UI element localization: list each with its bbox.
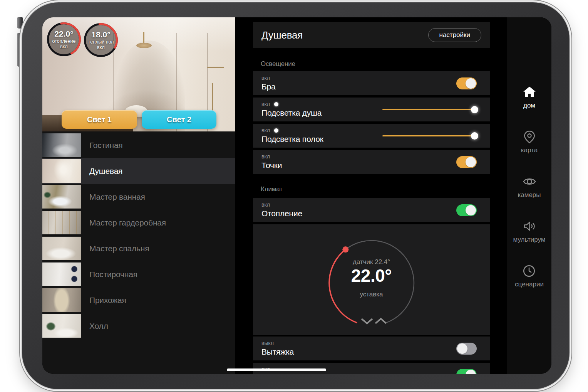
room-label: Мастер гардеробная: [89, 218, 166, 227]
clock-icon: [522, 264, 536, 278]
dial-handle[interactable]: [342, 246, 348, 252]
room-item-holl[interactable]: Холл: [42, 313, 235, 339]
bra-toggle[interactable]: [456, 77, 477, 89]
row-state: вкл: [261, 101, 270, 107]
room-label: Мастер ванная: [89, 192, 145, 202]
slider-knob[interactable]: [471, 106, 478, 113]
nav-item-home[interactable]: дом: [523, 85, 536, 109]
nav-sidebar: дом карта камеры: [507, 17, 551, 374]
row-state: вкл: [261, 153, 270, 160]
eye-icon: [523, 175, 536, 188]
nav-item-map[interactable]: карта: [521, 130, 538, 154]
room-item-postirochnaya[interactable]: Постирочная: [42, 261, 235, 287]
setpoint-value: 22.0°: [253, 265, 490, 286]
room-item-master-vannaya[interactable]: Мастер ванная: [42, 184, 235, 210]
room-thumbnail: [42, 185, 81, 209]
shower-light-slider[interactable]: [382, 105, 477, 114]
toggle-knob: [466, 370, 476, 374]
nav-label: мультирум: [513, 236, 546, 244]
floor-heating-gauge-state: вкл: [97, 45, 105, 50]
state-dot: [274, 102, 278, 106]
left-panel: 22.0° отопление вкл 18.0° теплый пол вкл: [42, 17, 235, 374]
control-row-podsvetka-dusha: вкл Подсветка душа: [253, 98, 490, 121]
floor-heating-gauge: 18.0° теплый пол вкл: [83, 22, 119, 58]
room-list: Гостиная Душевая Мастер ванная Мастер га…: [42, 131, 235, 374]
room-thumbnail: [42, 288, 81, 312]
toggle-knob: [466, 78, 476, 89]
home-icon: [523, 85, 536, 99]
state-dot: [274, 128, 278, 133]
setpoint-up-chevron[interactable]: [375, 319, 386, 323]
room-item-master-garderobnaya[interactable]: Мастер гардеробная: [42, 210, 235, 236]
row-state: выкл: [261, 340, 274, 346]
row-label: Точки: [261, 161, 282, 170]
floor-heating-gauge-temp: 18.0°: [91, 30, 110, 39]
room-thumbnail: [42, 314, 81, 338]
nav-label: камеры: [518, 191, 541, 199]
heating-gauge: 22.0° отопление вкл: [46, 22, 82, 57]
shower-head-decor: [136, 43, 152, 48]
light-1-button[interactable]: Свет 1: [62, 110, 137, 129]
control-row-otoplenie: вкл Отопление: [253, 198, 490, 222]
speaker-icon: [523, 219, 536, 233]
room-thumbnail: [42, 133, 81, 157]
row-state: вкл: [261, 127, 270, 133]
room-item-master-spalnya[interactable]: Мастер спальня: [42, 236, 235, 261]
floor-heating-toggle[interactable]: [456, 369, 477, 374]
spots-toggle[interactable]: [456, 156, 477, 168]
toggle-knob: [457, 343, 467, 354]
thermostat-panel: датчик 22.4° 22.0° уставка: [253, 224, 490, 335]
app-screen: 22.0° отопление вкл 18.0° теплый пол вкл: [42, 17, 551, 374]
room-item-gostinaya[interactable]: Гостиная: [42, 132, 235, 158]
row-state: вкл: [261, 75, 270, 81]
row-label: Подсветка полок: [261, 135, 323, 144]
room-label: Прихожая: [89, 296, 126, 305]
control-row-vytyazhka: выкл Вытяжка: [253, 336, 490, 360]
detail-header: Душевая настройки: [253, 22, 490, 48]
nav-item-scenarios[interactable]: сценарии: [515, 264, 544, 288]
tablet-power-button[interactable]: [17, 17, 23, 29]
row-label: Подсветка душа: [261, 108, 322, 118]
room-item-prihozhaya[interactable]: Прихожая: [42, 287, 235, 313]
toggle-knob: [466, 157, 476, 167]
heating-toggle[interactable]: [456, 204, 477, 216]
nav-label: сценарии: [515, 281, 544, 288]
heating-gauge-state: вкл: [60, 44, 68, 49]
nav-item-cameras[interactable]: камеры: [518, 175, 541, 199]
room-thumbnail: [42, 262, 81, 286]
setpoint-label: уставка: [253, 291, 490, 298]
heating-gauge-temp: 22.0°: [54, 29, 73, 39]
home-indicator[interactable]: [227, 368, 326, 371]
bathroom-photo: 22.0° отопление вкл 18.0° теплый пол вкл: [42, 17, 235, 131]
row-label: Вытяжка: [261, 347, 294, 357]
hook-rail-decor: [207, 67, 224, 68]
light-2-button[interactable]: Свет 2: [142, 110, 216, 129]
room-detail-panel: Душевая настройки Освещение вкл Бра вкл …: [235, 17, 507, 374]
room-thumbnail: [42, 237, 81, 260]
room-thumbnail: [42, 211, 81, 234]
settings-button[interactable]: настройки: [428, 28, 481, 42]
section-lighting-label: Освещение: [261, 60, 490, 68]
shelf-light-slider[interactable]: [382, 131, 477, 140]
setpoint-down-chevron[interactable]: [362, 319, 372, 323]
slider-track: [382, 109, 475, 110]
nav-label: карта: [521, 146, 538, 154]
room-thumbnail: [42, 159, 81, 183]
room-label: Мастер спальня: [89, 244, 149, 253]
control-row-podsvetka-polok: вкл Подсветка полок: [253, 124, 490, 148]
tablet-frame: 22.0° отопление вкл 18.0° теплый пол вкл: [22, 2, 570, 389]
room-label: Гостиная: [89, 141, 123, 150]
room-item-dushevaya[interactable]: Душевая: [42, 158, 235, 184]
nav-item-multiroom[interactable]: мультирум: [513, 219, 546, 244]
toggle-knob: [466, 205, 476, 215]
row-state: вкл: [261, 202, 270, 208]
nav-label: дом: [523, 102, 535, 109]
floor-heating-gauge-label: теплый пол: [88, 39, 114, 45]
sensor-reading: датчик 22.4°: [253, 258, 490, 266]
row-label: Теплый пол: [261, 373, 305, 374]
section-climate-label: Климат: [261, 185, 490, 193]
room-label: Постирочная: [89, 270, 137, 279]
slider-knob[interactable]: [471, 132, 478, 140]
control-row-bra: вкл Бра: [253, 71, 490, 95]
exhaust-fan-toggle[interactable]: [456, 343, 477, 355]
